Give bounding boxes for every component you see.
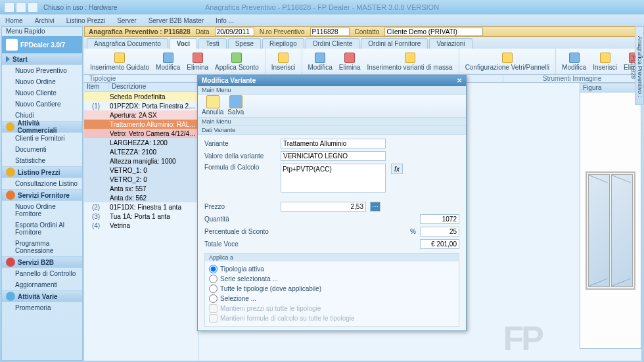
rbn-elimina[interactable]: Elimina — [185, 51, 210, 72]
tree-row[interactable]: (2)01F1DX: Finestra 1 anta — [84, 202, 198, 212]
salva-button[interactable]: Salva — [227, 95, 244, 116]
sidebar-item[interactable]: Documenti — [2, 144, 82, 155]
tree-row[interactable]: Altezza maniglia: 1000 — [84, 156, 198, 166]
tab-variazioni[interactable]: Variazioni — [429, 38, 472, 49]
qa-btn-3[interactable] — [28, 2, 38, 12]
titlebar: Chiuso in uso : Hardware Anagrafica Prev… — [0, 0, 644, 14]
sidebar-item[interactable]: Esporta Ordini Al Fornitore — [2, 219, 82, 238]
tree-row[interactable]: (4)Vetrina — [84, 221, 198, 230]
tab-testi[interactable]: Testi — [198, 38, 227, 49]
menu-listino[interactable]: Listino Prezzi — [66, 17, 105, 24]
rbn-inserisci[interactable]: Inserisci — [269, 51, 298, 72]
rbn-varianti-massa[interactable]: Inserimento varianti di massa — [365, 51, 455, 72]
sidebar-item[interactable]: Aggiornamenti — [2, 279, 82, 290]
menu-info[interactable]: Info ... — [216, 17, 234, 24]
sconto-input[interactable] — [420, 227, 459, 237]
rbn-config-vetri[interactable]: Configurazione Vetri/Pannelli — [463, 51, 551, 72]
tree-row[interactable]: Anta dx: 562 — [84, 193, 198, 202]
modal-section: Dati Variante — [198, 126, 466, 135]
prezzo-input[interactable] — [281, 202, 366, 212]
sidebar-group-start[interactable]: Start — [2, 53, 82, 65]
radio-tipologia-attiva[interactable]: Tipologia attiva — [209, 264, 455, 274]
num-input[interactable] — [310, 28, 350, 36]
sidebar-group-fornitore[interactable]: Servizi Fornitore — [2, 189, 82, 201]
contact-input[interactable] — [384, 28, 483, 36]
sidebar-group-commerciali[interactable]: Attività Commerciali — [2, 121, 82, 133]
rbn-img-modifica[interactable]: Modifica — [560, 51, 588, 72]
brand: FPDealer 3.0/7 — [2, 36, 82, 53]
menu-archivi[interactable]: Archivi — [35, 17, 55, 24]
date-input[interactable] — [215, 28, 254, 36]
tree-row[interactable]: (1)01PF2DX: Porta Finestra 2 ante — [84, 101, 198, 110]
door-drawing — [586, 171, 635, 290]
tab-voci[interactable]: Voci — [170, 38, 197, 49]
annulla-button[interactable]: Annulla — [202, 95, 223, 116]
tree-row[interactable]: Anta sx: 557 — [84, 184, 198, 193]
formula-fx-button[interactable]: fx — [391, 164, 403, 174]
rbn-modifica2[interactable]: Modifica — [306, 51, 334, 72]
qta-input[interactable] — [420, 214, 459, 224]
tree-row[interactable]: Apertura: 2A SX — [84, 110, 198, 120]
menu-server[interactable]: Server — [117, 17, 136, 24]
sidebar-item[interactable]: Statistiche — [2, 155, 82, 166]
radio-serie[interactable]: Serie selezionata ... — [209, 274, 455, 284]
doc-header: Anagrafica Preventivo : P116828 Data N.r… — [84, 26, 641, 37]
rbn-sconto[interactable]: Applica Sconto — [213, 51, 261, 72]
sidebar-item[interactable]: Nuovo Ordine Fornitore — [2, 201, 82, 219]
rbn-inserimento-guidato[interactable]: Inserimento Guidato — [88, 51, 151, 72]
tab-spese[interactable]: Spese — [228, 38, 261, 49]
sidebar-item[interactable]: Nuovo Cliente — [2, 87, 82, 99]
close-icon[interactable]: ✕ — [457, 77, 462, 84]
variante-input[interactable] — [281, 139, 386, 148]
sidebar-item[interactable]: Nuovo Preventivo — [2, 65, 82, 76]
vertical-tab[interactable]: Anagrafica Preventivo : P116828 — [635, 26, 644, 105]
sidebar-item[interactable]: Nuovo Cantiere — [2, 99, 82, 110]
formula-input[interactable] — [281, 164, 386, 192]
doc-status: Chiuso in uso : Hardware — [43, 4, 117, 11]
tree-row[interactable]: (3)Tua 1A: Porta 1 anta — [84, 212, 198, 221]
rbn-img-inserisci[interactable]: Inserisci — [591, 51, 619, 72]
modal-menurow[interactable]: Main Menu — [198, 118, 466, 126]
tab-ordini-fornitore[interactable]: Ordini al Fornitore — [361, 38, 428, 49]
rbn-elimina2[interactable]: Elimina — [337, 51, 363, 72]
tree-row[interactable]: LARGHEZZA: 1200 — [84, 138, 198, 147]
tree-row[interactable]: Vetro: Vetro Camera 4/12/4 Tot — [84, 129, 198, 138]
check-mantieni-formule: Mantieni formule di calcolo su tutte le … — [209, 313, 455, 323]
tree-row[interactable]: Scheda Prodefinita — [84, 92, 198, 101]
qa-btn-2[interactable] — [16, 2, 26, 12]
tab-anagrafica[interactable]: Anagrafica Documento — [87, 38, 168, 49]
rbn-modifica[interactable]: Modifica — [154, 51, 182, 72]
sidebar-group-listino[interactable]: Listino Prezzi — [2, 166, 82, 178]
qa-btn-1[interactable] — [4, 2, 14, 12]
tab-riepilogo[interactable]: Riepilogo — [262, 38, 304, 49]
sidebar-item[interactable]: Programma Connessione — [2, 238, 82, 256]
sidebar-group-varie[interactable]: Attività Varie — [2, 290, 82, 302]
tree-row[interactable]: ALTEZZA: 2100 — [84, 147, 198, 156]
menu-home[interactable]: Home — [5, 17, 23, 24]
valore-input[interactable] — [281, 151, 386, 161]
totale-input — [420, 239, 459, 249]
tab-row: Anagrafica Documento Voci Testi Spese Ri… — [84, 37, 641, 49]
figure-title: Figura — [583, 84, 601, 91]
sidebar-item[interactable]: Consultazione Listino — [2, 178, 82, 189]
tree-row[interactable]: VETRO_2: 0 — [84, 175, 198, 184]
prezzo-btn[interactable]: ⋯ — [370, 202, 380, 212]
sidebar-item[interactable]: Clienti e Fornitori — [2, 133, 82, 144]
app-title: Anagrafica Preventivo - P116828 - FP Dea… — [205, 3, 439, 11]
menu-b2b[interactable]: Server B2B Master — [149, 17, 204, 24]
sidebar-title: Menu Rapido — [2, 27, 82, 36]
item-tree[interactable]: ItemDescrizione Scheda Prodefinita(1)01P… — [84, 83, 199, 361]
sidebar-item[interactable]: Pannello di Controllo — [2, 268, 82, 279]
radio-selezione[interactable]: Selezione ... — [209, 294, 455, 304]
ribbon: Inserimento Guidato Modifica Elimina App… — [84, 49, 641, 75]
sidebar-item[interactable]: Nuovo Ordine — [2, 76, 82, 87]
radio-tutte[interactable]: Tutte le tipologie (dove applicabile) — [209, 284, 455, 294]
tab-ordini-cliente[interactable]: Ordini Cliente — [306, 38, 360, 49]
tree-row[interactable]: VETRO_1: 0 — [84, 166, 198, 175]
doc-title: Anagrafica Preventivo : P116828 — [89, 28, 191, 35]
sidebar-item[interactable]: Promemoria — [2, 302, 82, 313]
modal-menu[interactable]: Main Menu — [198, 86, 466, 95]
menubar: Home Archivi Listino Prezzi Server Serve… — [0, 14, 644, 26]
sidebar-group-b2b[interactable]: Servizi B2B — [2, 256, 82, 268]
tree-row[interactable]: Trattamento Alluminio: RAL 100 — [84, 120, 198, 129]
